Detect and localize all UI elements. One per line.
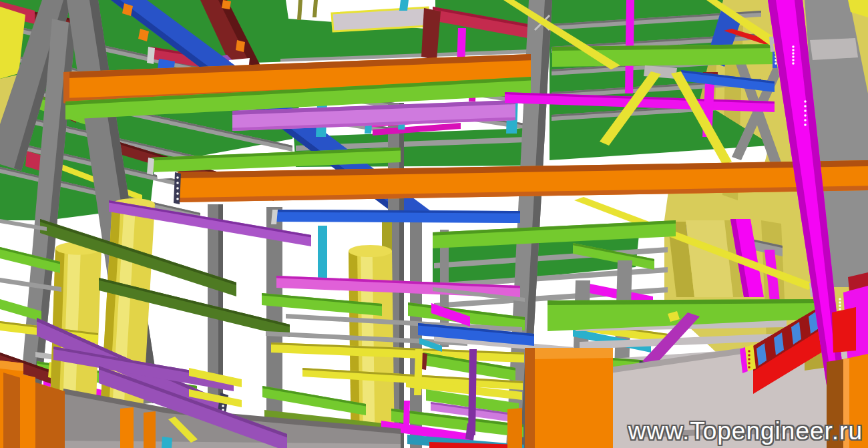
dots-m1-c-2 bbox=[839, 301, 841, 304]
orange-post-front bbox=[507, 408, 522, 448]
plate-cr2 bbox=[147, 47, 155, 64]
dots-m1-a-6 bbox=[792, 62, 795, 65]
dots-o2-1 bbox=[176, 176, 179, 179]
dots-m1-a-5 bbox=[792, 59, 795, 61]
dots-stair-clip-2 bbox=[748, 354, 750, 357]
orange-post-wl-1 bbox=[120, 407, 134, 448]
model-scene[interactable] bbox=[0, 0, 868, 448]
orange-strip-bl bbox=[20, 374, 35, 448]
dots-m1-a-2 bbox=[792, 49, 795, 51]
dots-pd1-3 bbox=[222, 405, 224, 407]
dots-m1-b-6 bbox=[804, 124, 807, 126]
dots-stair-clip-1 bbox=[748, 350, 750, 353]
magenta-bit-c bbox=[403, 401, 410, 427]
cyan-bit-bl bbox=[162, 437, 172, 448]
dots-m1-a-4 bbox=[792, 55, 795, 58]
dots-m1-c-3 bbox=[839, 304, 841, 307]
orange-girder-1-endcap bbox=[63, 72, 69, 105]
3d-viewport[interactable]: www.Topengineer.ru bbox=[0, 0, 868, 448]
dots-o2-2 bbox=[176, 182, 179, 184]
cylinder-center-cap bbox=[349, 245, 392, 257]
orange-box-center-top bbox=[535, 348, 613, 359]
dots-m1-b-5 bbox=[804, 119, 807, 122]
dots-stair-clip-5 bbox=[748, 366, 750, 369]
dots-m1-b-3 bbox=[804, 109, 807, 112]
dots-o2-5 bbox=[176, 198, 179, 200]
dots-m1-c-1 bbox=[839, 298, 841, 300]
orange-tab-3 bbox=[236, 40, 245, 52]
purple-post-c bbox=[468, 349, 477, 435]
dots-stair-clip-3 bbox=[748, 358, 750, 361]
red-right-edge bbox=[832, 307, 856, 353]
yellow-post-c bbox=[414, 349, 423, 395]
orange-tab-2 bbox=[222, 0, 231, 9]
gray-column-topright-band bbox=[810, 38, 858, 60]
dots-m1-b-1 bbox=[804, 100, 807, 103]
dots-m1-c-4 bbox=[839, 308, 841, 310]
orange-post-wl-2 bbox=[144, 411, 156, 448]
orange-box-center bbox=[525, 348, 613, 448]
dots-m1-b-4 bbox=[804, 114, 807, 117]
dots-m1-a-1 bbox=[792, 45, 795, 48]
dots-m1-a-3 bbox=[792, 52, 795, 55]
teal-post-c bbox=[318, 226, 327, 279]
skylight-post-teal bbox=[399, 0, 409, 11]
orange-box-center-edge bbox=[525, 348, 535, 448]
dots-m1-b-2 bbox=[804, 105, 807, 107]
watermark: www.Topengineer.ru bbox=[628, 417, 863, 445]
dots-o2-3 bbox=[176, 187, 179, 190]
dots-stair-clip-4 bbox=[748, 362, 750, 365]
dots-o2-4 bbox=[176, 192, 179, 195]
